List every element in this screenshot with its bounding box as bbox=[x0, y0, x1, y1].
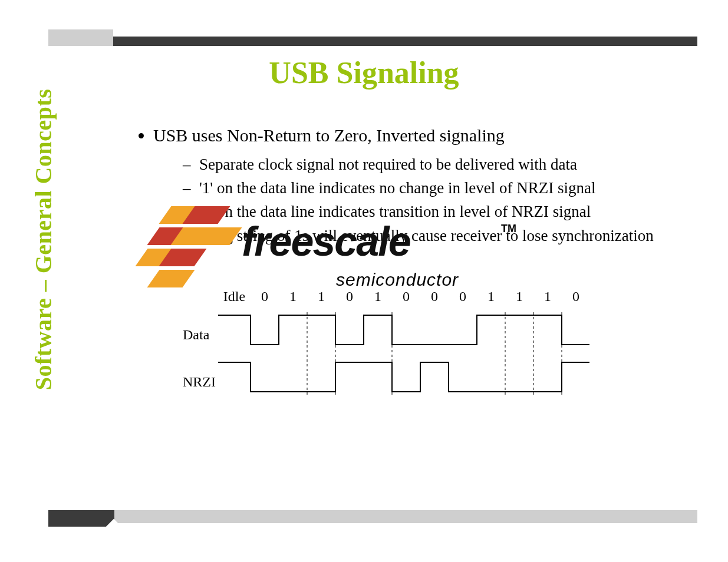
bullet-main: USB uses Non-Return to Zero, Inverted si… bbox=[153, 124, 669, 246]
bullet-main-text: USB uses Non-Return to Zero, Inverted si… bbox=[153, 125, 505, 145]
bullet-sub: Long string of 1s will eventually cause … bbox=[183, 225, 669, 246]
slide-title: USB Signaling bbox=[0, 55, 728, 90]
waveforms bbox=[183, 289, 589, 406]
header-accent-grey bbox=[48, 29, 113, 46]
bullet-sub: '0' on the data line indicates transitio… bbox=[183, 201, 669, 222]
slide-body: USB uses Non-Return to Zero, Inverted si… bbox=[130, 124, 669, 249]
section-label: Software – General Concepts bbox=[29, 57, 57, 422]
header-accent-dark bbox=[113, 37, 697, 46]
bullet-sub: '1' on the data line indicates no change… bbox=[183, 177, 669, 199]
footer-accent-dark bbox=[48, 510, 114, 527]
bullet-sub: Separate clock signal not required to be… bbox=[183, 154, 669, 175]
logo-subtitle: semiconductor bbox=[336, 270, 459, 290]
footer-accent-grey bbox=[48, 510, 697, 523]
timing-diagram: Idle011010001110 Data NRZI bbox=[183, 289, 589, 406]
